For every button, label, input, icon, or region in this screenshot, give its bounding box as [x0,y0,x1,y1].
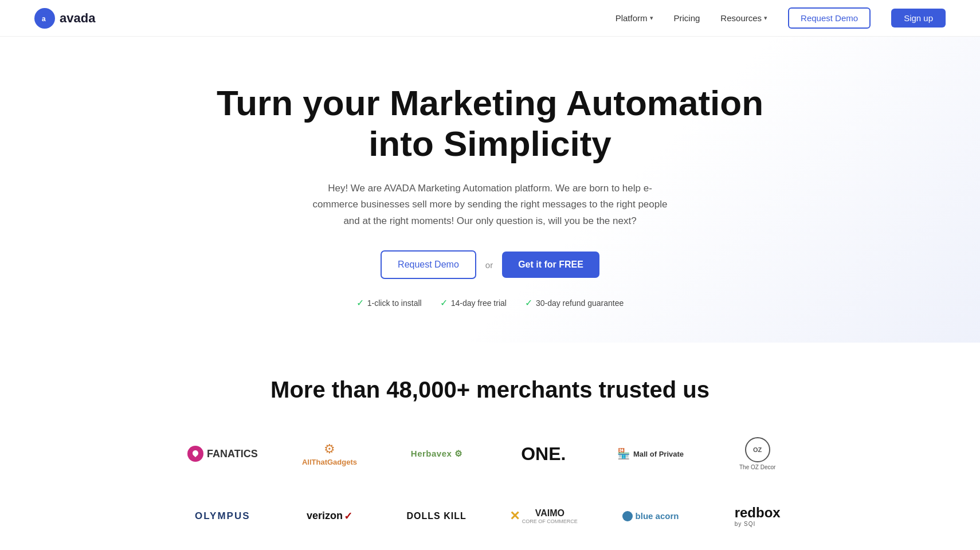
badge-refund: ✓ 30-day refund guarantee [525,297,624,308]
logo-vaimo: ✕ VAIMO CORE OF COMMERCE [496,502,591,530]
nav-signup-button[interactable]: Sign up [891,9,946,28]
check-icon: ✓ [356,297,364,308]
oz-icon: OZ [745,437,770,462]
verizon-check-icon: ✓ [344,510,352,522]
vaimo-x-icon: ✕ [509,509,520,524]
blueacorn-icon [622,511,633,521]
olympus-text: OLYMPUS [195,510,250,522]
herbavex-text: Herbavex ⚙ [411,449,462,459]
trusted-section: More than 48,000+ merchants trusted us F… [0,343,980,550]
logo-blueacorn: blue acorn [603,505,699,527]
logo-dollskill: DOLLS KILL [389,505,484,527]
dollskill-text: DOLLS KILL [407,511,467,521]
mop-text: Mall of Private [633,450,684,458]
logo-one: ONE. [496,438,591,470]
logo-icon: a [34,8,55,29]
logo-verizon: verizon ✓ [282,504,378,528]
nav-resources[interactable]: Resources ▾ [720,13,767,23]
logo-allthatgadgets: ⚙ AllThatGadgets [282,436,378,472]
atg-text: AllThatGadgets [302,458,357,466]
nav-request-demo-button[interactable]: Request Demo [788,7,871,29]
redbox-sub-text: by SQI [735,521,781,527]
nav-platform[interactable]: Platform ▾ [616,13,653,23]
redbox-text: redbox [735,505,781,521]
badge-install: ✓ 1-click to install [356,297,422,308]
chevron-down-icon: ▾ [764,14,767,22]
logo-redbox: redbox by SQI [709,499,805,533]
logo-olympus: OLYMPUS [175,505,271,528]
atg-icon: ⚙ [302,442,357,457]
hero-get-free-button[interactable]: Get it for FREE [502,252,599,278]
blueacorn-text: blue acorn [636,511,679,521]
fanatics-text: FANATICS [207,448,258,460]
logo-fanatics: FANATICS [175,440,271,467]
hero-request-demo-button[interactable]: Request Demo [381,250,476,279]
chevron-down-icon: ▾ [650,14,653,22]
logo-grid-row2: OLYMPUS verizon ✓ DOLLS KILL ✕ VAIMO COR… [175,499,805,533]
check-icon: ✓ [440,297,448,308]
logo-link[interactable]: a avada [34,8,95,29]
logo-grid-row1: FANATICS ⚙ AllThatGadgets Herbavex ⚙ ONE… [175,431,805,476]
mop-icon: 🏪 [617,447,630,460]
vaimo-text: VAIMO [522,508,578,518]
svg-text:a: a [42,15,46,23]
badge-trial: ✓ 14-day free trial [440,297,507,308]
hero-section: Turn your Marketing Automation into Simp… [0,37,980,343]
hero-title: Turn your Marketing Automation into Simp… [215,82,765,164]
logo-mallofprivate: 🏪 Mall of Private [603,442,699,466]
navigation: a avada Platform ▾ Pricing Resources ▾ R… [0,0,980,37]
verizon-text: verizon [307,510,343,522]
nav-pricing[interactable]: Pricing [674,13,700,23]
logo-herbavex: Herbavex ⚙ [389,443,484,465]
logo-ozdecor: OZ The OZ Decor [709,431,805,476]
logo-text: avada [60,11,95,26]
hero-subtitle: Hey! We are AVADA Marketing Automation p… [307,180,673,230]
cta-or-text: or [485,260,493,270]
nav-links: Platform ▾ Pricing Resources ▾ Request D… [616,7,946,29]
one-text: ONE. [521,443,566,465]
oz-text: The OZ Decor [739,464,775,470]
fanatics-icon [187,446,203,462]
hero-cta-group: Request Demo or Get it for FREE [11,250,969,279]
trusted-title: More than 48,000+ merchants trusted us [34,377,946,403]
hero-badges: ✓ 1-click to install ✓ 14-day free trial… [11,297,969,308]
check-icon: ✓ [525,297,532,308]
